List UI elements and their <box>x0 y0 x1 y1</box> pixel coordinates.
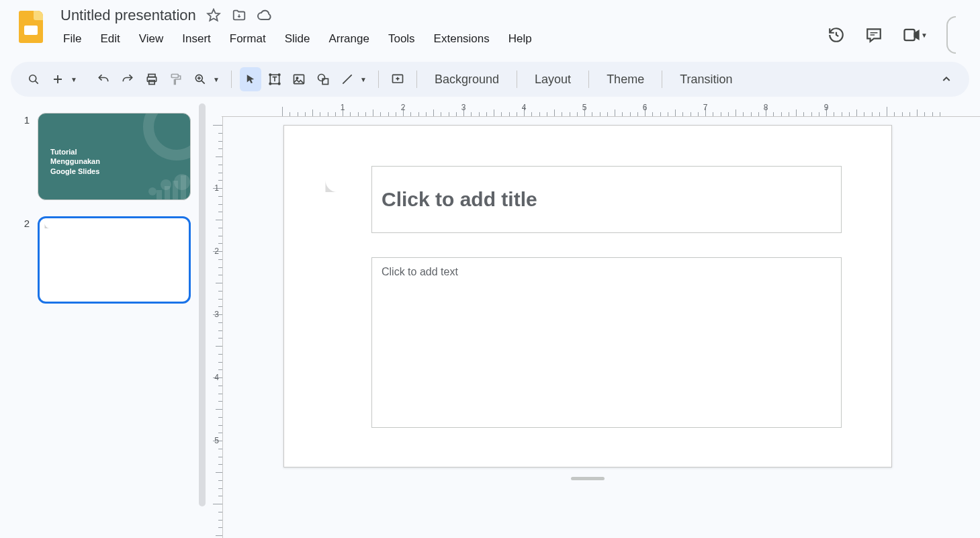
slide-corner-decoration-icon <box>44 222 56 234</box>
insert-shape-button[interactable] <box>312 67 334 91</box>
separator <box>416 71 417 88</box>
menu-bar: File Edit View Insert Format Slide Arran… <box>51 24 827 50</box>
video-call-icon <box>902 26 921 44</box>
search-menus-button[interactable] <box>23 67 44 91</box>
insert-image-button[interactable] <box>288 67 310 91</box>
insert-line-button[interactable] <box>337 67 358 91</box>
toolbar: ▼ ▼ ▼ Background Layout Theme Transition <box>11 62 969 97</box>
text-box-button[interactable] <box>264 67 285 91</box>
transition-button[interactable]: Transition <box>670 73 742 87</box>
meet-button[interactable]: ▼ <box>902 26 928 44</box>
layout-button[interactable]: Layout <box>525 73 580 87</box>
canvas-area: 123456789 12345 Click to add title Click… <box>208 102 980 538</box>
menu-edit[interactable]: Edit <box>92 28 128 50</box>
menu-insert[interactable]: Insert <box>174 28 219 50</box>
menu-tools[interactable]: Tools <box>380 28 423 50</box>
svg-point-12 <box>296 77 298 79</box>
print-button[interactable] <box>141 67 163 91</box>
theme-button[interactable]: Theme <box>597 73 654 87</box>
app-logo[interactable] <box>11 4 51 43</box>
zoom-button[interactable] <box>189 67 211 91</box>
new-slide-dropdown[interactable]: ▼ <box>69 67 81 91</box>
svg-point-0 <box>30 75 36 82</box>
menu-view[interactable]: View <box>131 28 172 50</box>
separator <box>517 71 517 88</box>
star-icon[interactable] <box>206 7 222 24</box>
title-placeholder[interactable]: Click to add title <box>371 166 842 233</box>
hide-toolbar-button[interactable] <box>936 67 957 91</box>
comments-icon[interactable] <box>864 26 883 44</box>
paint-format-button[interactable] <box>165 67 187 91</box>
menu-file[interactable]: File <box>55 28 89 50</box>
separator <box>662 71 662 88</box>
new-slide-button[interactable] <box>47 67 69 91</box>
menu-arrange[interactable]: Arrange <box>320 28 377 50</box>
svg-point-10 <box>278 83 280 85</box>
vertical-ruler[interactable]: 12345 <box>208 117 223 538</box>
svg-point-13 <box>318 75 325 81</box>
filmstrip: 1 Tutorial Menggunakan Google Slides 2 <box>0 102 208 538</box>
slide-corner-decoration-icon <box>323 178 351 206</box>
slide-1-title: Tutorial Menggunakan Google Slides <box>50 147 100 176</box>
menu-slide[interactable]: Slide <box>277 28 318 50</box>
undo-button[interactable] <box>93 67 114 91</box>
separator <box>231 71 232 88</box>
svg-point-7 <box>269 74 271 76</box>
body-placeholder[interactable]: Click to add text <box>371 257 842 428</box>
avatar[interactable] <box>946 16 956 54</box>
speaker-notes-handle[interactable] <box>571 477 605 480</box>
app-header: Untitled presentation File Edit View Ins… <box>0 0 980 62</box>
menu-help[interactable]: Help <box>500 28 540 50</box>
horizontal-ruler[interactable]: 123456789 <box>222 102 980 117</box>
select-tool-button[interactable] <box>240 67 261 91</box>
chevron-down-icon: ▼ <box>921 32 928 39</box>
filmstrip-scrollbar[interactable] <box>199 103 206 538</box>
slide-canvas[interactable]: Click to add title Click to add text <box>283 125 892 467</box>
version-history-icon[interactable] <box>827 26 846 44</box>
svg-point-9 <box>269 83 271 85</box>
background-button[interactable]: Background <box>425 73 508 87</box>
slide-number: 2 <box>20 216 30 304</box>
move-to-folder-icon[interactable] <box>231 7 247 24</box>
zoom-dropdown[interactable]: ▼ <box>211 67 223 91</box>
slide-number: 1 <box>20 113 30 200</box>
menu-extensions[interactable]: Extensions <box>426 28 498 50</box>
insert-line-dropdown[interactable]: ▼ <box>358 67 370 91</box>
separator <box>588 71 589 88</box>
body-placeholder-text: Click to add text <box>382 266 458 277</box>
redo-button[interactable] <box>117 67 138 91</box>
cloud-status-icon[interactable] <box>257 7 273 24</box>
add-comment-button[interactable] <box>387 67 408 91</box>
svg-rect-14 <box>322 79 328 84</box>
slide-thumbnail-2[interactable]: 2 <box>20 216 200 304</box>
doc-title[interactable]: Untitled presentation <box>60 7 196 24</box>
svg-rect-4 <box>171 75 178 78</box>
title-placeholder-text: Click to add title <box>382 188 537 211</box>
svg-point-8 <box>278 74 280 76</box>
menu-format[interactable]: Format <box>222 28 274 50</box>
separator <box>378 71 379 88</box>
slide-thumbnail-1[interactable]: 1 Tutorial Menggunakan Google Slides <box>20 113 200 200</box>
